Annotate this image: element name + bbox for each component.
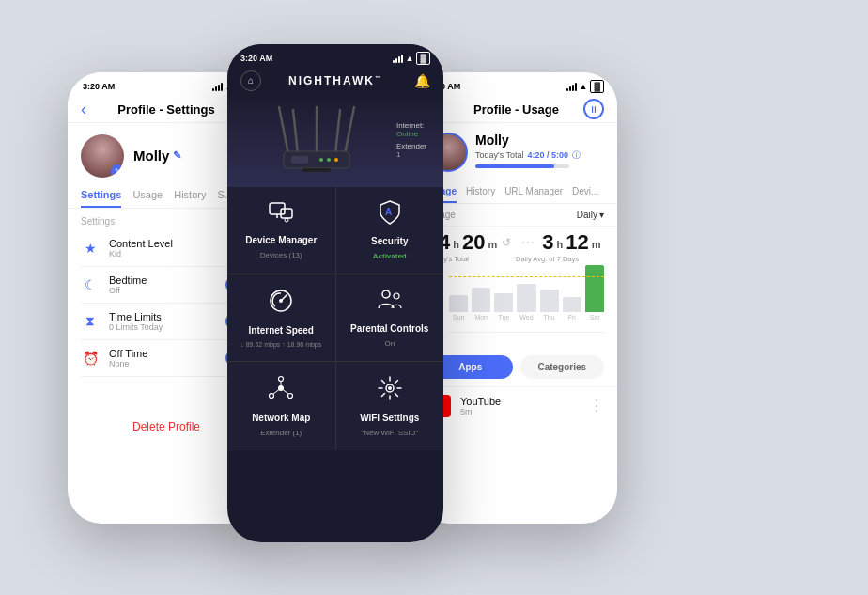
stat-avg-label: Daily Avg. of 7 Days <box>516 255 579 263</box>
svg-line-0 <box>279 107 288 154</box>
bar-wed: Wed <box>517 284 535 321</box>
filter-buttons: Apps Categories <box>415 348 617 386</box>
off-time-item[interactable]: ⏰ Off Time None <box>81 340 252 377</box>
left-time: 3:20 AM <box>83 82 115 91</box>
center-status-bar: 3:20 AM ▲ ▓ <box>227 44 443 69</box>
center-signal-icon <box>393 54 403 63</box>
bar-mon: Mon <box>472 288 490 321</box>
router-section: Internet: Online Extender 1 <box>227 93 443 187</box>
svg-line-27 <box>281 388 288 394</box>
svg-line-36 <box>381 393 384 396</box>
content-level-item[interactable]: ★ Content Level Kid <box>81 230 252 267</box>
right-tab-devices[interactable]: Devi... <box>572 181 598 203</box>
bedtime-item[interactable]: ☾ Bedtime Off <box>81 267 252 304</box>
wifi-settings-cell[interactable]: WiFi Settings "New WiFi SSID" <box>336 362 444 450</box>
stats-separator: ··· <box>520 232 535 252</box>
right-signal-icon <box>566 82 577 91</box>
device-manager-cell[interactable]: Device Manager Devices (13) <box>227 187 335 274</box>
svg-point-9 <box>334 158 338 162</box>
wifi-settings-icon <box>377 375 403 407</box>
svg-line-4 <box>345 107 354 154</box>
time-limits-item[interactable]: ⧗ Time Limits 0 Limits Today <box>81 304 252 340</box>
chevron-down-icon: ▾ <box>599 210 604 220</box>
svg-point-7 <box>319 158 323 162</box>
bedtime-icon: ☾ <box>81 277 100 292</box>
right-phone: 3:20 AM ▲ ▓ ‹ Profile - Usage ⏸ Moll <box>415 72 617 524</box>
youtube-info: YouTube 5m <box>460 396 501 416</box>
parental-controls-sub: On <box>384 339 395 348</box>
notification-icon[interactable]: 🔔 <box>414 73 430 88</box>
time-limits-icon: ⧗ <box>81 313 100 329</box>
svg-point-29 <box>388 386 392 390</box>
youtube-name: YouTube <box>460 396 501 407</box>
categories-filter-button[interactable]: Categories <box>520 355 605 379</box>
security-title: Security <box>371 236 408 246</box>
edit-icon[interactable]: ✎ <box>173 149 181 162</box>
stat-today-refresh[interactable]: ↺ <box>502 236 511 249</box>
pause-button[interactable]: ⏸ <box>583 99 604 119</box>
stat-today-m: m <box>488 239 497 250</box>
avatar-badge: ✎ <box>111 164 124 178</box>
tab-settings[interactable]: Settings <box>81 183 121 208</box>
youtube-more-icon[interactable]: ⋮ <box>589 397 604 415</box>
youtube-app-item[interactable]: YouTube 5m ⋮ <box>415 386 617 425</box>
wifi-settings-sub: "New WiFi SSID" <box>361 429 418 437</box>
internet-speed-cell[interactable]: Internet Speed ↓ 89.52 mbps ↑ 18.96 mbps <box>227 274 335 361</box>
tab-usage[interactable]: Usage <box>132 183 163 208</box>
right-tab-history[interactable]: History <box>466 181 495 203</box>
parental-controls-cell[interactable]: Parental Controls On <box>336 274 444 361</box>
usage-profile-info: Molly Today's Total 4:20 / 5:00 ⓘ <box>475 133 581 168</box>
time-limits-text: Time Limits 0 Limits Today <box>109 311 163 332</box>
svg-rect-6 <box>291 156 308 164</box>
chart-bars-container: Sun Mon Tue Wed <box>449 267 604 333</box>
svg-rect-13 <box>281 209 292 218</box>
security-cell[interactable]: A Security Activated <box>336 187 444 274</box>
svg-line-1 <box>293 110 298 154</box>
svg-line-35 <box>395 393 397 396</box>
svg-point-24 <box>288 393 293 398</box>
nighthawk-grid: Device Manager Devices (13) A Security A… <box>227 187 443 450</box>
network-map-sub: Extender (1) <box>260 429 302 437</box>
network-map-cell[interactable]: Network Map Extender (1) <box>227 362 335 450</box>
wifi-settings-title: WiFi Settings <box>360 413 419 423</box>
device-manager-sub: Devices (13) <box>260 251 302 259</box>
device-manager-icon <box>268 201 294 229</box>
content-level-icon: ★ <box>81 241 100 256</box>
usage-filter: Usage Daily ▾ <box>415 204 617 227</box>
right-tabs: Usage History URL Manager Devi... <box>415 181 617 204</box>
left-page-title: Profile - Settings <box>117 102 214 117</box>
right-top-bar: ‹ Profile - Usage ⏸ <box>415 97 617 123</box>
avatar: ✎ <box>81 134 124 178</box>
stat-avg-mins: 12 <box>566 232 588 253</box>
feature-grid: Device Manager Devices (13) A Security A… <box>227 187 443 450</box>
parental-controls-icon <box>377 288 403 318</box>
signal-icon <box>212 82 223 91</box>
stat-avg-h: h <box>557 239 564 250</box>
internet-speed-icon <box>268 288 294 320</box>
daily-selector[interactable]: Daily ▾ <box>577 210 604 220</box>
svg-point-18 <box>279 299 283 303</box>
stats-row: 4 h 20 m ↺ ··· 3 h 12 m <box>415 227 617 253</box>
svg-text:A: A <box>385 207 392 217</box>
bar-tue: Tue <box>494 293 513 321</box>
stat-avg: 3 h 12 m <box>542 232 600 253</box>
off-time-icon: ⏰ <box>81 351 100 366</box>
internet-speed-title: Internet Speed <box>249 325 314 336</box>
center-time: 3:20 AM <box>240 54 272 63</box>
router-image <box>237 102 396 178</box>
tab-history[interactable]: History <box>174 183 206 208</box>
right-page-title: Profile - Usage <box>473 102 559 117</box>
center-wifi-icon: ▲ <box>406 54 414 63</box>
right-tab-url[interactable]: URL Manager <box>504 181 563 203</box>
back-button[interactable]: ‹ <box>81 100 86 119</box>
today-total-label: Today's Total 4:20 / 5:00 ⓘ <box>475 149 581 162</box>
security-icon: A <box>379 200 401 230</box>
internet-speed-sub: ↓ 89.52 mbps ↑ 18.96 mbps <box>240 341 321 348</box>
right-profile-name: Molly <box>475 133 581 148</box>
info-icon: ⓘ <box>572 149 581 162</box>
extender-info: Extender 1 <box>396 142 426 159</box>
home-button[interactable]: ⌂ <box>240 70 261 91</box>
stat-avg-m: m <box>592 239 601 250</box>
bar-thu: Thu <box>540 290 559 321</box>
network-map-icon <box>268 375 294 407</box>
